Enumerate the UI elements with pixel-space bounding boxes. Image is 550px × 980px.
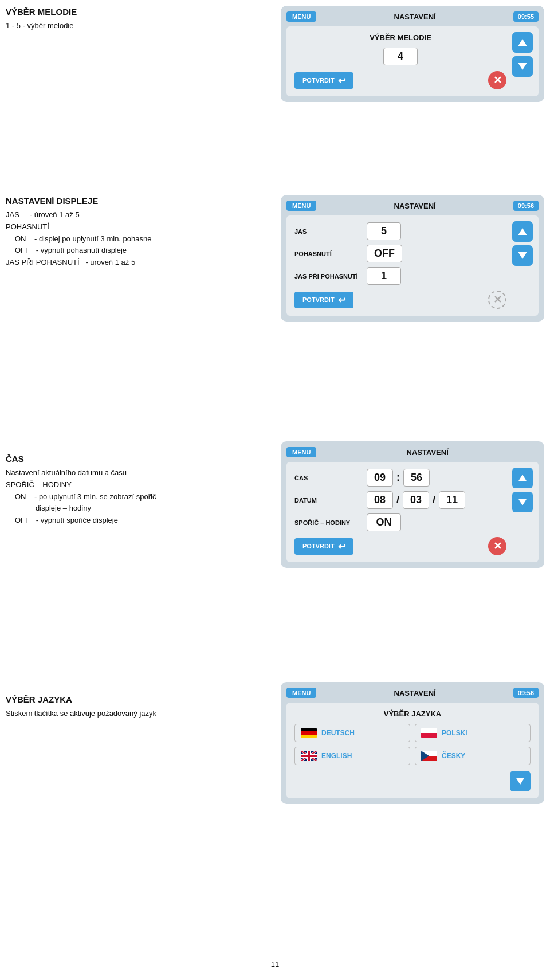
display-time-badge: 09:56 (513, 201, 539, 211)
language-desc: Stiskem tlačítka se aktivuje požadovaný … (6, 708, 246, 720)
language-menu-btn[interactable]: MENU (286, 688, 316, 698)
melody-value-box: 4 (383, 48, 418, 65)
svg-marker-5 (518, 499, 527, 505)
datum-row: DATUM 08 / 03 / 11 (294, 491, 506, 509)
display-down-arrow[interactable] (512, 245, 533, 266)
display-device-bottom: POTVRDIT ↩ ✕ (294, 291, 506, 309)
cas-line-0: Nastavení aktuálního datumu a času (6, 467, 246, 479)
melody-cancel-btn[interactable]: ✕ (488, 71, 506, 89)
display-heading: NASTAVENÍ DISPLEJE (6, 195, 246, 207)
display-jas-pohasnutí-row: JAS PŘI POHASNUTÍ 1 (294, 267, 506, 285)
language-device-title: VÝBĚR JAZYKA (294, 709, 531, 718)
display-menu-btn[interactable]: MENU (286, 201, 316, 211)
cas-line-4: OFF - vypnutí spořiče displeje (15, 515, 246, 527)
display-return-icon: ↩ (338, 295, 345, 305)
cas-line-2: ON - po uplynutí 3 min. se zobrazí spoři… (15, 491, 246, 503)
melody-device-body: VÝBĚR MELODIE 4 POTVRDIT ↩ ✕ (286, 26, 539, 96)
sporic-label: SPOŘIČ – HODINY (294, 519, 363, 526)
svg-marker-18 (516, 778, 525, 785)
datum-month: 03 (403, 491, 429, 509)
display-nastaveni-label: NASTAVENÍ (316, 202, 513, 210)
language-flag-grid: DEUTSCH POLSKI (294, 724, 531, 765)
display-jas-label: JAS (294, 228, 363, 235)
cas-potvrdit-label: POTVRDIT (302, 543, 335, 550)
display-pohasnutí-label: POHASNUTÍ (294, 250, 363, 257)
melody-nastaveni-label: NASTAVENÍ (316, 13, 513, 21)
datum-label: DATUM (294, 497, 363, 504)
cas-up-arrow[interactable] (512, 468, 533, 488)
display-line-4: JAS PŘI POHASNUTÍ - úroveň 1 až 5 (6, 257, 246, 269)
melody-potvrdit-label: POTVRDIT (302, 77, 335, 84)
language-btn-cz[interactable]: ČESKY (415, 747, 531, 765)
display-potvrdit-label: POTVRDIT (302, 296, 335, 303)
language-btn-uk[interactable]: ENGLISH (294, 747, 410, 765)
melody-time-badge: 09:55 (513, 11, 539, 22)
melody-value-row: 4 (294, 48, 506, 65)
page-number: 11 (0, 960, 550, 969)
display-potvrdit-btn[interactable]: POTVRDIT ↩ (294, 292, 353, 308)
display-jas-pohasnutí-value: 1 (367, 267, 401, 285)
melody-heading: VÝBĚR MELODIE (6, 6, 246, 18)
display-up-arrow[interactable] (512, 221, 533, 242)
display-arrows (512, 221, 533, 266)
display-device-body: JAS 5 POHASNUTÍ OFF JAS PŘI POHASNUTÍ 1 … (286, 215, 539, 316)
display-line-0: JAS - úroveň 1 až 5 (6, 209, 246, 221)
cas-device-body: ČAS 09 : 56 DATUM 08 / 03 / 11 SPOŘIČ – … (286, 462, 539, 562)
language-arrow-btn[interactable] (510, 771, 531, 791)
cas-potvrdit-btn[interactable]: POTVRDIT ↩ (294, 538, 353, 555)
flag-de-icon (301, 728, 317, 738)
melody-down-arrow[interactable] (512, 56, 533, 77)
datum-year: 11 (439, 491, 465, 509)
display-device: MENU NASTAVENÍ 09:56 JAS 5 POHASNUTÍ OFF… (281, 195, 544, 322)
cas-menu-btn[interactable]: MENU (286, 447, 316, 457)
melody-section-title: VÝBĚR MELODIE (294, 33, 506, 42)
svg-marker-0 (518, 39, 527, 46)
language-btn-de[interactable]: DEUTSCH (294, 724, 410, 742)
flag-pl-icon (421, 728, 437, 738)
flag-cz-icon (421, 751, 437, 761)
melody-device-bottom: POTVRDIT ↩ ✕ (294, 71, 506, 89)
cas-nastaveni-label: NASTAVENÍ (316, 448, 539, 457)
section-cas-text: ČAS Nastavení aktuálního datumu a času S… (6, 453, 246, 527)
melody-potvrdit-btn[interactable]: POTVRDIT ↩ (294, 72, 353, 89)
svg-rect-14 (301, 755, 317, 757)
display-line-2: ON - displej po uplynutí 3 min. pohasne (15, 233, 246, 245)
cas-down-arrow[interactable] (512, 492, 533, 512)
svg-marker-1 (518, 63, 527, 70)
melody-up-arrow[interactable] (512, 32, 533, 53)
display-pohasnutí-value: OFF (367, 245, 402, 262)
flag-de-label: DEUTSCH (321, 729, 355, 737)
cas-arrows (512, 468, 533, 512)
language-device: MENU NASTAVENÍ 09:56 VÝBĚR JAZYKA DEUTSC… (281, 682, 544, 804)
language-heading: VÝBĚR JAZYKA (6, 693, 246, 705)
datum-slash2: / (433, 494, 435, 506)
section-language-text: VÝBĚR JAZYKA Stiskem tlačítka se aktivuj… (6, 693, 246, 720)
datum-day: 08 (367, 491, 393, 509)
language-device-body: VÝBĚR JAZYKA DEUTSCH POLSKI (286, 703, 539, 798)
melody-menu-btn[interactable]: MENU (286, 11, 316, 22)
flag-pl-label: POLSKI (442, 729, 467, 737)
sporic-row: SPOŘIČ – HODINY ON (294, 513, 506, 531)
sporic-value: ON (367, 513, 401, 531)
section-display-text: NASTAVENÍ DISPLEJE JAS - úroveň 1 až 5 P… (6, 195, 246, 269)
display-device-header: MENU NASTAVENÍ 09:56 (286, 201, 539, 211)
display-jas-row: JAS 5 (294, 222, 506, 240)
display-jas-value: 5 (367, 222, 401, 240)
cas-return-icon: ↩ (338, 541, 345, 552)
cas-device-header: MENU NASTAVENÍ (286, 447, 539, 457)
language-device-header: MENU NASTAVENÍ 09:56 (286, 688, 539, 698)
display-cancel-btn[interactable]: ✕ (488, 291, 506, 309)
section-melody-text: VÝBĚR MELODIE 1 - 5 - výběr melodie (6, 6, 246, 32)
flag-cz-label: ČESKY (442, 752, 465, 760)
melody-device-header: MENU NASTAVENÍ 09:55 (286, 11, 539, 22)
display-line-3: OFF - vypnutí pohasnutí displeje (15, 245, 246, 257)
svg-marker-3 (518, 252, 527, 259)
cas-cancel-btn[interactable]: ✕ (488, 537, 506, 555)
display-pohasnutí-row: POHASNUTÍ OFF (294, 245, 506, 262)
melody-desc: 1 - 5 - výběr melodie (6, 20, 246, 32)
melody-arrows (512, 32, 533, 77)
language-btn-pl[interactable]: POLSKI (415, 724, 531, 742)
cas-hour-value: 09 (367, 469, 393, 487)
language-time-badge: 09:56 (513, 688, 539, 698)
cas-device: MENU NASTAVENÍ ČAS 09 : 56 DATUM 08 / 03… (281, 441, 544, 568)
